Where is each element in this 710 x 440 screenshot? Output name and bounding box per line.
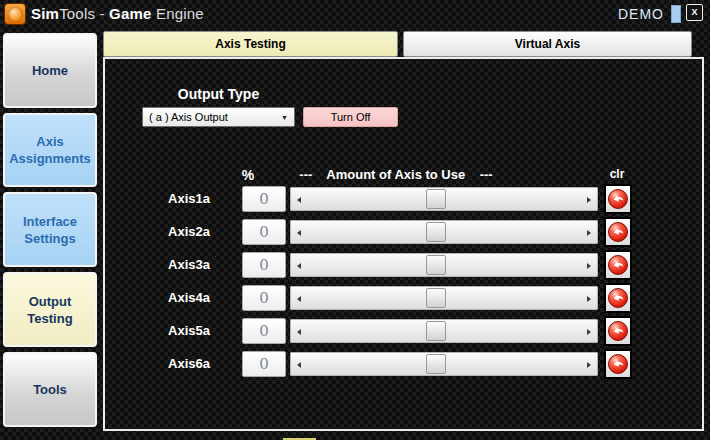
clear-axis-button[interactable] xyxy=(604,316,632,346)
scrollbar-left-arrow-icon[interactable] xyxy=(297,329,301,335)
slider-thumb[interactable] xyxy=(426,321,446,341)
undo-arrow-icon xyxy=(608,255,628,275)
clr-header: clr xyxy=(600,167,634,181)
titlebar: SimTools - Game Engine DEMO X xyxy=(0,0,710,28)
amount-of-axis-header: --- Amount of Axis to Use --- xyxy=(288,167,504,182)
axis-row-label: Axis4a xyxy=(112,288,210,308)
clear-axis-button[interactable] xyxy=(604,349,632,379)
undo-arrow-icon xyxy=(608,288,628,308)
scrollbar-left-arrow-icon[interactable] xyxy=(297,362,301,368)
percent-header: % xyxy=(228,167,268,183)
scrollbar-right-arrow-icon[interactable] xyxy=(587,329,591,335)
clear-axis-button[interactable] xyxy=(604,217,632,247)
output-type-dropdown[interactable]: ( a ) Axis Output ▼ xyxy=(142,107,295,127)
title-separator: - xyxy=(95,5,109,22)
scrollbar-right-arrow-icon[interactable] xyxy=(587,296,591,302)
sidebar-item-axis-assignments[interactable]: Axis Assignments xyxy=(3,113,97,187)
undo-arrow-icon xyxy=(608,189,628,209)
axis-slider[interactable] xyxy=(290,187,598,211)
scrollbar-left-arrow-icon[interactable] xyxy=(297,230,301,236)
title-product-rest: Engine xyxy=(152,5,204,22)
app-logo-icon xyxy=(4,3,26,25)
sidebar-item-output-testing[interactable]: Output Testing xyxy=(3,272,97,347)
scrollbar-right-arrow-icon[interactable] xyxy=(587,230,591,236)
title-brand-rest: Tools xyxy=(59,5,95,22)
scrollbar-right-arrow-icon[interactable] xyxy=(587,197,591,203)
clear-axis-button[interactable] xyxy=(604,184,632,214)
slider-thumb[interactable] xyxy=(426,255,446,275)
output-type-selected: ( a ) Axis Output xyxy=(149,111,228,123)
axis-slider[interactable] xyxy=(290,352,598,376)
sidebar-item-home[interactable]: Home xyxy=(3,33,97,108)
sidebar-item-interface-settings[interactable]: Interface Settings xyxy=(3,192,97,267)
window-title: SimTools - Game Engine xyxy=(31,5,204,22)
scrollbar-left-arrow-icon[interactable] xyxy=(297,296,301,302)
scrollbar-left-arrow-icon[interactable] xyxy=(297,263,301,269)
axis-value-input[interactable] xyxy=(242,252,286,278)
undo-arrow-icon xyxy=(608,321,628,341)
axis-value-input[interactable] xyxy=(242,219,286,245)
demo-badge: DEMO xyxy=(598,6,664,22)
minimize-button[interactable] xyxy=(671,5,681,23)
tab-virtual-axis[interactable]: Virtual Axis xyxy=(403,31,692,57)
axis-row-label: Axis1a xyxy=(112,189,210,209)
output-type-label: Output Type xyxy=(142,86,295,102)
axis-row-label: Axis6a xyxy=(112,354,210,374)
clear-axis-button[interactable] xyxy=(604,283,632,313)
axis-value-input[interactable] xyxy=(242,351,286,377)
axis-value-input[interactable] xyxy=(242,285,286,311)
axis-slider[interactable] xyxy=(290,319,598,343)
axis-row-label: Axis5a xyxy=(112,321,210,341)
undo-arrow-icon xyxy=(608,354,628,374)
scrollbar-left-arrow-icon[interactable] xyxy=(297,197,301,203)
axis-row-label: Axis2a xyxy=(112,222,210,242)
undo-arrow-icon xyxy=(608,222,628,242)
title-brand-bold: Sim xyxy=(31,5,59,22)
slider-thumb[interactable] xyxy=(426,222,446,242)
sidebar-item-tools[interactable]: Tools xyxy=(3,352,97,427)
axis-slider[interactable] xyxy=(290,286,598,310)
tab-axis-testing[interactable]: Axis Testing xyxy=(103,31,398,57)
axis-value-input[interactable] xyxy=(242,318,286,344)
turn-off-button[interactable]: Turn Off xyxy=(303,107,398,127)
axis-slider[interactable] xyxy=(290,220,598,244)
axis-slider[interactable] xyxy=(290,253,598,277)
title-product-bold: Game xyxy=(109,5,152,22)
chevron-down-icon: ▼ xyxy=(281,114,288,121)
axis-value-input[interactable] xyxy=(242,186,286,212)
slider-thumb[interactable] xyxy=(426,354,446,374)
clear-axis-button[interactable] xyxy=(604,250,632,280)
scrollbar-right-arrow-icon[interactable] xyxy=(587,362,591,368)
axis-row-label: Axis3a xyxy=(112,255,210,275)
slider-thumb[interactable] xyxy=(426,189,446,209)
close-button[interactable]: X xyxy=(686,4,703,21)
scrollbar-right-arrow-icon[interactable] xyxy=(587,263,591,269)
slider-thumb[interactable] xyxy=(426,288,446,308)
